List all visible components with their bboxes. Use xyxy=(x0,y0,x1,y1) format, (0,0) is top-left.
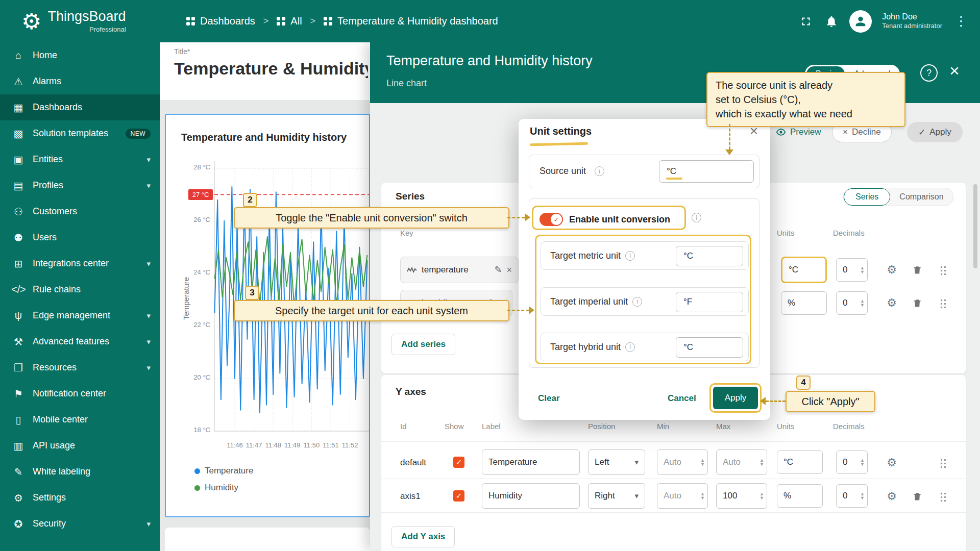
add-series-button[interactable]: Add series xyxy=(391,334,455,355)
kebab-menu-button[interactable]: ⋮ xyxy=(952,13,970,29)
enable-unit-conversion-toggle[interactable]: ✓ xyxy=(540,213,563,226)
stepper-down-icon[interactable]: ▼ xyxy=(760,462,764,466)
drag-handle[interactable] xyxy=(940,491,947,502)
source-unit-input[interactable]: °C xyxy=(659,160,754,183)
toggle-series[interactable]: Series xyxy=(844,188,890,206)
add-y-axis-button[interactable]: Add Y axis xyxy=(391,526,455,547)
stepper-down-icon[interactable]: ▼ xyxy=(760,496,764,500)
sidebar-item-entities[interactable]: ▣Entities▾ xyxy=(0,146,160,172)
sidebar-item-settings[interactable]: ⚙Settings xyxy=(0,485,160,511)
stepper-down-icon[interactable]: ▼ xyxy=(860,496,865,500)
drag-handle[interactable] xyxy=(940,265,947,276)
stepper-down-icon[interactable]: ▼ xyxy=(860,303,865,307)
toggle-comparison[interactable]: Comparison xyxy=(890,192,952,202)
series-units-input-2[interactable]: % xyxy=(781,291,827,315)
info-icon[interactable]: i xyxy=(625,342,635,352)
series-decimals-input-2[interactable]: 0 ▲ ▼ xyxy=(836,291,868,315)
number-stepper[interactable]: ▲▼ xyxy=(700,492,705,500)
sidebar-item-dashboards[interactable]: ▦Dashboards xyxy=(0,94,160,120)
target-metric-unit-input[interactable]: °C xyxy=(676,246,743,266)
sidebar-item-users[interactable]: ⚉Users xyxy=(0,224,160,251)
y-axis-decimals-input[interactable]: 0 ▲▼ xyxy=(836,484,868,508)
series-units-input-1[interactable]: °C xyxy=(781,257,827,283)
drag-handle[interactable] xyxy=(940,298,947,309)
notifications-button[interactable] xyxy=(824,14,839,29)
y-axis-max-input[interactable]: 100 ▲▼ xyxy=(716,483,767,509)
sidebar-item-alarms[interactable]: ⚠Alarms xyxy=(0,68,160,94)
thingsboard-logo[interactable]: ⚙ ThingsBoard Professional xyxy=(21,0,126,42)
series-settings-button-1[interactable]: ⚙ xyxy=(885,263,898,277)
y-axis-units-input[interactable]: % xyxy=(777,484,823,508)
cancel-button[interactable]: Cancel xyxy=(668,393,696,404)
info-icon[interactable]: i xyxy=(632,297,642,307)
y-axis-label-input[interactable]: Temperature xyxy=(482,449,580,475)
number-stepper[interactable]: ▲▼ xyxy=(860,458,865,466)
target-imperial-unit-input[interactable]: °F xyxy=(676,292,743,312)
target-hybrid-unit-input[interactable]: °C xyxy=(676,337,743,358)
sidebar-item-home[interactable]: ⌂Home xyxy=(0,42,160,68)
apply-button-modal[interactable]: Apply xyxy=(713,387,758,409)
sidebar-item-api-usage[interactable]: ▥API usage xyxy=(0,433,160,459)
legend-item[interactable]: Temperature xyxy=(194,466,253,476)
sidebar-item-mobile-center[interactable]: ▯Mobile center xyxy=(0,407,160,433)
stepper-down-icon[interactable]: ▼ xyxy=(700,496,705,500)
sidebar-item-edge-management[interactable]: ψEdge management▾ xyxy=(0,303,160,329)
breadcrumb-dashboards[interactable]: Dashboards xyxy=(186,15,255,27)
series-settings-button-2[interactable]: ⚙ xyxy=(885,296,898,310)
sidebar-item-rule-chains[interactable]: </>Rule chains xyxy=(0,277,160,303)
stepper-down-icon[interactable]: ▼ xyxy=(860,462,865,466)
stepper-down-icon[interactable]: ▼ xyxy=(860,270,865,274)
fullscreen-button[interactable] xyxy=(798,14,814,29)
sidebar-item-white-labeling[interactable]: ✎White labeling xyxy=(0,459,160,485)
series-delete-button-2[interactable] xyxy=(911,296,924,310)
sidebar-item-security[interactable]: ✪Security▾ xyxy=(0,511,160,537)
y-axis-delete-button[interactable] xyxy=(911,490,924,503)
sidebar-item-notification-center[interactable]: ⚑Notification center xyxy=(0,381,160,407)
dashboard-title-input[interactable]: Temperature & Humidity dashboard xyxy=(174,59,368,79)
y-axis-units-input[interactable]: °C xyxy=(777,450,823,474)
info-icon[interactable]: i xyxy=(692,213,701,222)
next-widget-card[interactable] xyxy=(165,528,370,551)
drag-handle[interactable] xyxy=(940,458,947,468)
clear-button[interactable]: Clear xyxy=(538,393,560,404)
y-axis-decimals-input[interactable]: 0 ▲▼ xyxy=(836,450,868,474)
breadcrumb-all[interactable]: All xyxy=(277,15,302,27)
number-stepper[interactable]: ▲▼ xyxy=(700,458,705,466)
sidebar-item-integrations-center[interactable]: ⊞Integrations center▾ xyxy=(0,251,160,277)
y-axis-settings-button[interactable]: ⚙ xyxy=(885,456,898,469)
stepper-down-icon[interactable]: ▼ xyxy=(700,462,705,466)
y-axis-min-input[interactable]: Auto ▲▼ xyxy=(657,449,708,475)
info-icon[interactable]: i xyxy=(595,166,604,176)
series-decimals-input-1[interactable]: 0 ▲ ▼ xyxy=(836,258,868,282)
remove-icon[interactable]: × xyxy=(506,265,512,276)
y-axis-show-checkbox[interactable]: ✓ xyxy=(453,490,464,502)
y-axis-show-checkbox[interactable]: ✓ xyxy=(453,457,464,468)
breadcrumb-current-dashboard[interactable]: Temperature & Humidity dashboard xyxy=(324,15,498,27)
legend-item[interactable]: Humidity xyxy=(194,483,253,493)
help-button[interactable]: ? xyxy=(920,64,938,82)
avatar[interactable] xyxy=(849,10,872,33)
apply-button-toolbar[interactable]: ✓ Apply xyxy=(907,122,963,142)
number-stepper[interactable]: ▲▼ xyxy=(760,458,764,466)
info-icon[interactable]: i xyxy=(625,251,635,261)
number-stepper[interactable]: ▲▼ xyxy=(760,492,764,500)
y-axis-min-input[interactable]: Auto ▲▼ xyxy=(657,483,708,509)
series-key-chip-temperature[interactable]: temperature ✎ × xyxy=(400,257,519,283)
sidebar-item-profiles[interactable]: ▤Profiles▾ xyxy=(0,172,160,198)
sidebar-item-resources[interactable]: ❒Resources▾ xyxy=(0,355,160,381)
number-stepper[interactable]: ▲▼ xyxy=(860,492,865,500)
sidebar-item-solution-templates[interactable]: ▩Solution templatesNEW xyxy=(0,120,160,146)
sidebar-item-customers[interactable]: ⚇Customers xyxy=(0,198,160,224)
sidebar-item-advanced-features[interactable]: ⚒Advanced features▾ xyxy=(0,329,160,355)
edit-icon[interactable]: ✎ xyxy=(494,264,502,276)
number-stepper[interactable]: ▲ ▼ xyxy=(860,299,865,307)
y-axis-position-select[interactable]: Left ▾ xyxy=(588,449,645,475)
y-axis-position-select[interactable]: Right ▾ xyxy=(588,483,645,509)
y-axis-label-input[interactable]: Humidity xyxy=(482,483,580,509)
number-stepper[interactable]: ▲ ▼ xyxy=(860,266,865,274)
series-delete-button-1[interactable] xyxy=(911,263,924,277)
y-axis-max-input[interactable]: Auto ▲▼ xyxy=(716,449,767,475)
y-axis-settings-button[interactable]: ⚙ xyxy=(885,490,898,503)
close-panel-button[interactable]: × xyxy=(946,61,963,81)
scrollbar-thumb[interactable] xyxy=(973,184,977,268)
